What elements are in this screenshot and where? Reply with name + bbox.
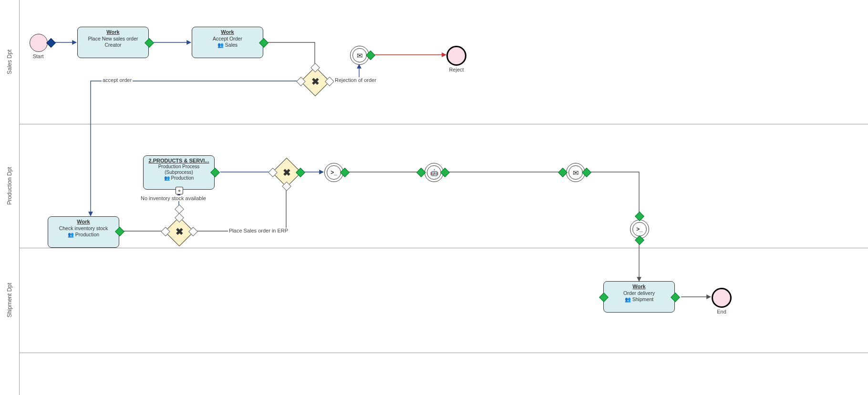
script-icon: >_ [331, 170, 337, 175]
task-accept-order-title: Work [195, 29, 260, 36]
lane-label-sales: Sales Dpt [6, 50, 13, 74]
subprocess-line1: Production Process [146, 164, 211, 170]
start-event-label: Start [30, 53, 47, 59]
task-check-inventory-role: 👥 Production [51, 232, 116, 238]
subprocess-role: 👥 Production [146, 175, 211, 181]
lane-header-shipment: Shipment Dpt [0, 248, 20, 353]
lane-label-production: Production Dpt [6, 167, 13, 204]
lane-divider-3 [19, 353, 868, 353]
lane-label-shipment: Shipment Dpt [6, 283, 13, 318]
task-order-delivery[interactable]: Work Order delivery 👥 Shipment [603, 281, 675, 313]
task-check-inventory[interactable]: Work Check inventory stock 👥 Production [48, 216, 119, 248]
script-icon: >_ [636, 226, 643, 232]
task-accept-order-role: 👥 Sales [195, 42, 260, 48]
mail-icon: ✉ [573, 169, 579, 176]
end-event-label: End [712, 309, 732, 314]
flow-label-place-erp: Place Sales order in ERP [228, 228, 289, 233]
token-start [46, 38, 56, 48]
lane-header-production: Production Dpt [0, 124, 20, 248]
people-icon: 👥 [625, 296, 631, 302]
task-order-delivery-title: Work [607, 284, 672, 290]
connector-layer [0, 0, 868, 395]
task-place-order-line2: Creator [81, 42, 145, 48]
task-accept-order-line1: Accept Order [195, 36, 260, 42]
task-order-delivery-line1: Order delivery [607, 290, 672, 296]
subprocess-line2: (Subprocess) [146, 170, 211, 175]
end-event-reject-label: Reject [446, 67, 466, 72]
task-place-order-line1: Place New sales order [81, 36, 145, 42]
mail-icon: ✉ [357, 52, 363, 59]
end-event[interactable] [712, 288, 732, 308]
robot-icon: 🤖 [430, 169, 438, 176]
task-check-inventory-title: Work [51, 219, 116, 225]
task-place-order-title: Work [81, 29, 145, 36]
flow-label-reject: Rejection of order [334, 77, 377, 83]
subprocess-production[interactable]: 2.PRODUCTS & SERVI... Production Process… [143, 155, 215, 190]
flow-label-no-stock: No inventory stock available [140, 195, 207, 201]
flow-label-accept: accept order [102, 77, 133, 83]
task-place-order[interactable]: Work Place New sales order Creator [77, 27, 149, 58]
people-icon: 👥 [68, 232, 74, 237]
people-icon: 👥 [217, 42, 224, 48]
lane-header-sales: Sales Dpt [0, 0, 20, 124]
task-check-inventory-line1: Check inventory stock [51, 225, 116, 232]
end-event-reject[interactable] [446, 46, 466, 66]
people-icon: 👥 [164, 175, 170, 181]
task-order-delivery-role: 👥 Shipment [607, 296, 672, 303]
lane-divider-1 [19, 124, 868, 124]
lane-divider-2 [19, 248, 868, 248]
start-event[interactable] [30, 34, 48, 52]
subprocess-title: 2.PRODUCTS & SERVI... [146, 158, 211, 164]
token-into-subproc [175, 204, 184, 214]
bpmn-canvas: Sales Dpt Production Dpt Shipment Dpt [0, 0, 868, 395]
subprocess-expand-icon[interactable]: + [176, 187, 183, 194]
task-accept-order[interactable]: Work Accept Order 👥 Sales [192, 27, 263, 58]
